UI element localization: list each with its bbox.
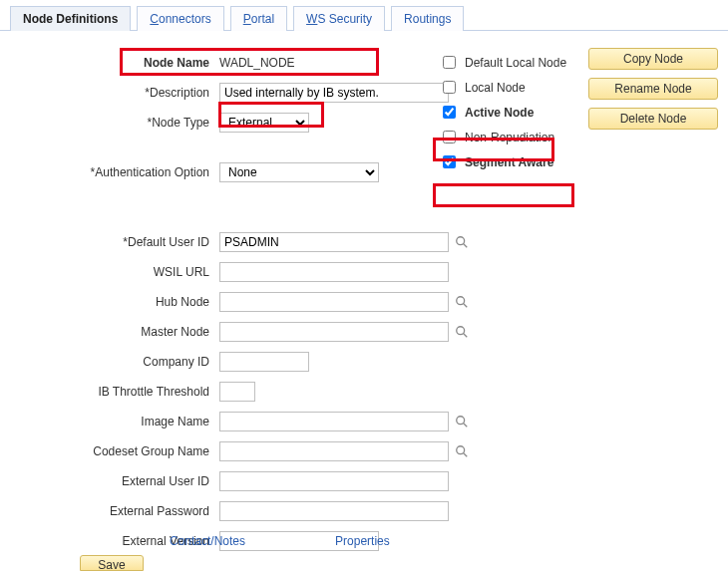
checkbox-segment-aware[interactable]: Segment Aware (437, 151, 570, 172)
svg-line-3 (464, 304, 468, 308)
label-description: *Description (0, 86, 219, 100)
label-node-name: Node Name (144, 56, 209, 70)
label-ext-password: External Password (0, 504, 219, 518)
ext-password-field[interactable] (219, 501, 449, 521)
save-button[interactable]: Save (80, 555, 144, 571)
lookup-icon[interactable] (455, 295, 469, 309)
svg-point-0 (457, 237, 465, 245)
label-ib-throttle: IB Throttle Threshold (0, 385, 219, 399)
svg-line-7 (464, 424, 468, 428)
link-contact-notes[interactable]: Contact/Notes (170, 534, 245, 548)
label-auth-option: *Authentication Option (0, 165, 219, 179)
lookup-icon[interactable] (455, 415, 469, 429)
label-ext-user-id: External User ID (0, 474, 219, 488)
company-id-field[interactable] (219, 352, 309, 372)
auth-option-select[interactable]: None (219, 162, 379, 182)
svg-point-2 (457, 297, 465, 305)
label-master-node: Master Node (0, 325, 219, 339)
label-wsil-url: WSIL URL (0, 265, 219, 279)
tab-connectors[interactable]: Connectors (137, 6, 223, 31)
svg-point-6 (457, 417, 465, 425)
tab-routings[interactable]: Routings (391, 6, 464, 31)
lookup-icon[interactable] (455, 444, 469, 458)
ib-throttle-field[interactable] (219, 382, 255, 402)
wsil-url-field[interactable] (219, 262, 449, 282)
label-node-type: *Node Type (0, 116, 219, 130)
tab-ws-security[interactable]: WS Security (293, 6, 385, 31)
label-company-id: Company ID (0, 355, 219, 369)
label-codeset-group: Codeset Group Name (0, 444, 219, 458)
svg-line-9 (464, 453, 468, 457)
copy-node-button[interactable]: Copy Node (588, 48, 718, 70)
label-image-name: Image Name (0, 415, 219, 429)
lookup-icon[interactable] (455, 235, 469, 249)
rename-node-button[interactable]: Rename Node (588, 78, 718, 100)
default-user-id-field[interactable] (219, 232, 449, 252)
tab-node-definitions[interactable]: Node Definitions (10, 6, 131, 31)
label-default-user-id: *Default User ID (0, 235, 219, 249)
description-field[interactable] (219, 83, 449, 103)
tab-portal[interactable]: Portal (230, 6, 287, 31)
checkbox-default-local-node[interactable]: Default Local Node (437, 52, 570, 73)
hub-node-field[interactable] (219, 292, 449, 312)
codeset-group-field[interactable] (219, 441, 449, 461)
checkbox-local-node[interactable]: Local Node (437, 77, 570, 98)
svg-point-4 (457, 327, 465, 335)
label-hub-node: Hub Node (0, 295, 219, 309)
lookup-icon[interactable] (455, 325, 469, 339)
svg-line-5 (464, 334, 468, 338)
ext-user-id-field[interactable] (219, 471, 449, 491)
master-node-field[interactable] (219, 322, 449, 342)
tab-strip: Node Definitions Connectors Portal WS Se… (0, 0, 728, 31)
checkbox-active-node[interactable]: Active Node (437, 102, 570, 123)
image-name-field[interactable] (219, 412, 449, 431)
svg-line-1 (464, 244, 468, 248)
node-type-select[interactable]: External (219, 113, 309, 133)
delete-node-button[interactable]: Delete Node (588, 108, 718, 130)
checkbox-non-repudiation[interactable]: Non-Repudiation (437, 127, 570, 147)
svg-point-8 (457, 446, 465, 454)
link-properties[interactable]: Properties (335, 534, 390, 548)
value-node-name: WADL_NODE (219, 56, 295, 70)
